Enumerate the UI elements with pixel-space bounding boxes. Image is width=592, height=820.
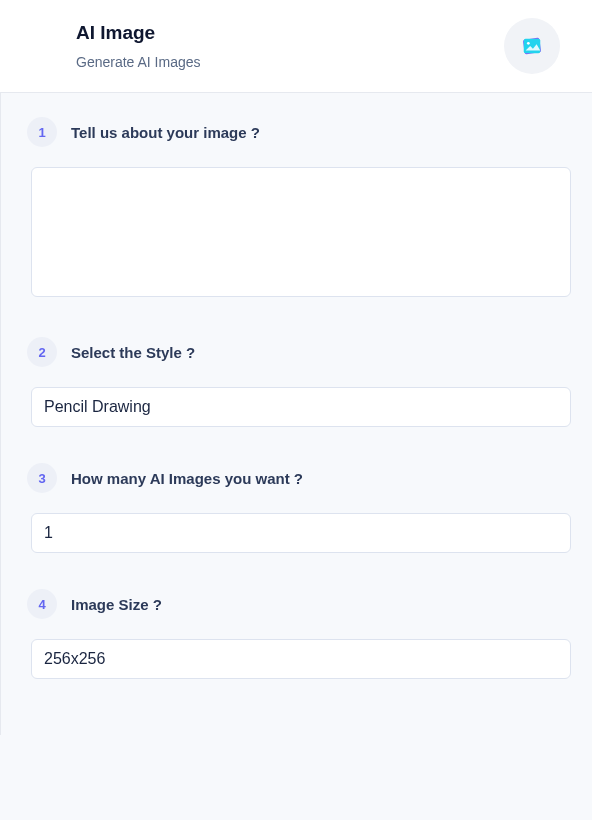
step-style: 2 Select the Style ? Pencil Drawing [21,337,572,427]
image-icon-badge [504,18,560,74]
step-header: 2 Select the Style ? [21,337,572,367]
step-number: 3 [27,463,57,493]
step-header: 1 Tell us about your image ? [21,117,572,147]
step-count: 3 How many AI Images you want ? 1 [21,463,572,553]
step-number: 4 [27,589,57,619]
svg-rect-1 [524,39,541,54]
step-header: 3 How many AI Images you want ? [21,463,572,493]
step-label: Select the Style ? [71,344,195,361]
svg-point-2 [527,42,530,45]
step-number: 1 [27,117,57,147]
content: 1 Tell us about your image ? 2 Select th… [0,93,592,735]
step-label: How many AI Images you want ? [71,470,303,487]
step-label: Image Size ? [71,596,162,613]
count-select-value: 1 [44,524,53,542]
size-select[interactable]: 256x256 [31,639,571,679]
step-label: Tell us about your image ? [71,124,260,141]
header: AI Image Generate AI Images [0,0,592,93]
step-header: 4 Image Size ? [21,589,572,619]
step-size: 4 Image Size ? 256x256 [21,589,572,679]
page-subtitle: Generate AI Images [76,54,201,70]
header-text: AI Image Generate AI Images [76,22,201,70]
image-icon [521,35,543,57]
style-select-value: Pencil Drawing [44,398,151,416]
prompt-textarea[interactable] [31,167,571,297]
step-prompt: 1 Tell us about your image ? [21,117,572,301]
step-number: 2 [27,337,57,367]
style-select[interactable]: Pencil Drawing [31,387,571,427]
page-title: AI Image [76,22,201,44]
size-select-value: 256x256 [44,650,105,668]
count-select[interactable]: 1 [31,513,571,553]
